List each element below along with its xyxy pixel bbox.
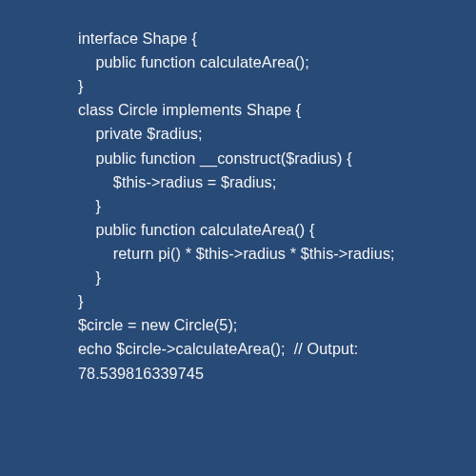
- code-line: public function calculateArea();: [78, 50, 411, 74]
- code-line: public function calculateArea() {: [78, 218, 411, 242]
- code-snippet: interface Shape { public function calcul…: [78, 27, 411, 386]
- code-line: $circle = new Circle(5);: [78, 313, 411, 337]
- code-line: class Circle implements Shape {: [78, 98, 411, 122]
- code-line: }: [78, 74, 411, 98]
- code-line: public function __construct($radius) {: [78, 147, 411, 170]
- code-line: return pi() * $this->radius * $this->rad…: [78, 242, 411, 266]
- code-line: }: [78, 194, 411, 218]
- code-line: echo $circle->calculateArea(); // Output…: [78, 337, 411, 385]
- code-line: $this->radius = $radius;: [78, 170, 411, 194]
- code-line: interface Shape {: [78, 27, 411, 50]
- code-line: }: [78, 266, 411, 289]
- code-line: private $radius;: [78, 122, 411, 146]
- code-line: }: [78, 289, 411, 313]
